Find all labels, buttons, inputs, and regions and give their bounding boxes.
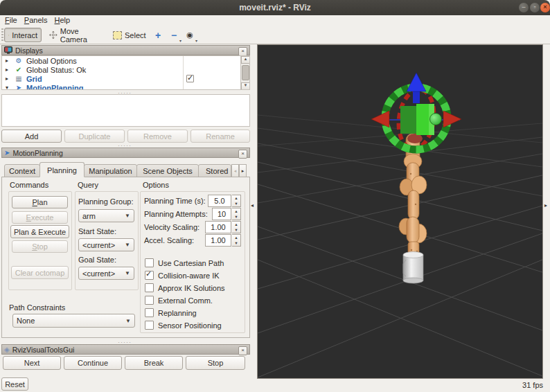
focus-icon: ◉	[186, 30, 193, 39]
expander-icon[interactable]: ▸	[6, 66, 11, 73]
add-display-button[interactable]: Add	[1, 130, 62, 143]
accel-scaling-stepper[interactable]: ▲▼	[232, 234, 241, 247]
tab-scroll-left-icon: ◂	[231, 164, 239, 177]
visualtools-panel-title: RvizVisualToolsGui	[12, 346, 75, 354]
external-comm-checkbox[interactable]	[145, 296, 154, 305]
toolbar-drag-handle[interactable]	[1, 28, 3, 42]
collision-aware-ik-option[interactable]: Collision-aware IK	[145, 271, 220, 280]
tree-row-label: Global Status: Ok	[26, 66, 86, 74]
tab-planning[interactable]: Planning	[39, 162, 85, 177]
chevron-down-icon[interactable]: ▾	[179, 38, 181, 43]
marker-cube-left-face[interactable]	[400, 106, 416, 134]
planning-time-stepper[interactable]: ▲▼	[232, 195, 241, 207]
planning-attempts-stepper[interactable]: ▲▼	[232, 208, 241, 220]
spin-down-icon: ▼	[232, 227, 240, 233]
expander-icon[interactable]: ▸	[6, 75, 11, 82]
planning-group-select[interactable]: arm ▼	[78, 209, 134, 222]
next-button[interactable]: Next	[3, 356, 61, 370]
spin-down-icon: ▼	[232, 214, 240, 220]
move-camera-icon	[49, 30, 57, 39]
use-cartesian-path-checkbox[interactable]	[145, 258, 154, 267]
tree-row-label: Grid	[26, 75, 42, 83]
zoom-out-button[interactable]: − ▾	[167, 28, 181, 42]
planning-attempts-input[interactable]: 10	[212, 208, 231, 220]
path-constraints-select[interactable]: None ▼	[12, 314, 135, 328]
motionplanning-close-icon[interactable]: ×	[238, 150, 247, 159]
velocity-scaling-input[interactable]: 1.00	[205, 221, 231, 233]
sensor-positioning-option[interactable]: Sensor Positioning	[145, 321, 222, 330]
move-camera-tool-button[interactable]: Move Camera	[46, 28, 107, 42]
query-group-label: Query	[78, 181, 98, 189]
start-state-select[interactable]: <current> ▼	[78, 238, 134, 251]
stop-tools-button[interactable]: Stop	[186, 356, 245, 370]
menu-help[interactable]: Help	[55, 15, 71, 26]
marker-sphere-handle[interactable]	[430, 114, 442, 125]
chevron-down-icon: ▼	[125, 213, 130, 219]
approx-ik-solutions-option[interactable]: Approx IK Solutions	[145, 283, 225, 292]
visualtools-close-icon[interactable]: ×	[238, 346, 247, 355]
checkbox-label: Replanning	[158, 309, 197, 317]
continue-button[interactable]: Continue	[64, 356, 122, 370]
external-comm-option[interactable]: External Comm.	[145, 296, 213, 305]
remove-display-button: Remove	[127, 130, 188, 143]
tree-row-grid[interactable]: ▸ ▦ Grid	[2, 74, 243, 83]
break-button[interactable]: Break	[125, 356, 183, 370]
scrollbar-thumb[interactable]	[242, 65, 249, 80]
render-viewport[interactable]	[257, 44, 543, 379]
tab-scene-objects[interactable]: Scene Objects	[136, 164, 199, 177]
menu-file[interactable]: File	[5, 15, 17, 26]
grid-display-icon: ▦	[15, 75, 23, 82]
use-cartesian-path-option[interactable]: Use Cartesian Path	[145, 258, 224, 267]
plan-button[interactable]: Plan	[12, 196, 68, 208]
accel-scaling-input[interactable]: 1.00	[205, 234, 231, 247]
displays-panel-header: Displays ×	[1, 45, 250, 55]
chevron-down-icon: ▼	[125, 318, 131, 324]
expander-icon[interactable]: ▸	[6, 57, 11, 64]
right-splitter-collapse-icon[interactable]: ▸	[544, 202, 547, 208]
zoom-in-button[interactable]: +	[152, 28, 163, 42]
visualtools-panel-header: ◈ RvizVisualToolsGui ×	[1, 344, 250, 355]
goal-state-select[interactable]: <current> ▼	[78, 267, 134, 280]
spin-up-icon: ▲	[232, 208, 240, 214]
approx-ik-solutions-checkbox[interactable]	[145, 283, 154, 292]
replanning-checkbox[interactable]	[145, 308, 154, 317]
scroll-down-icon[interactable]: ▼	[241, 82, 250, 90]
tab-manipulation[interactable]: Manipulation	[84, 164, 137, 177]
menu-panels[interactable]: Panels	[24, 15, 48, 26]
velocity-scaling-stepper[interactable]: ▲▼	[232, 221, 241, 233]
tree-row-label: MotionPlanning	[26, 84, 83, 91]
tab-context[interactable]: Context	[4, 164, 40, 177]
expander-icon[interactable]: ▾	[6, 84, 11, 90]
options-group-label: Options	[143, 181, 169, 189]
planning-time-input[interactable]: 5.0	[208, 195, 231, 207]
maximize-button[interactable]: ▫	[530, 3, 540, 12]
execute-button: Execute	[12, 211, 68, 224]
tree-scrollbar[interactable]: ▲ ▼	[240, 56, 250, 90]
display-description-area	[1, 94, 250, 127]
collision-aware-ik-checkbox[interactable]	[145, 271, 154, 280]
tree-row-global-options[interactable]: ▸ ⚙ Global Options	[2, 56, 243, 65]
focus-camera-button[interactable]: ◉ ▾	[183, 28, 197, 42]
tab-scroll-right-icon[interactable]: ▸	[239, 164, 247, 177]
close-button[interactable]: ×	[540, 3, 550, 12]
rviz-window: moveit.rviz* - RViz – ▫ × File Panels He…	[0, 0, 550, 392]
reset-button[interactable]: Reset	[1, 377, 28, 391]
sensor-positioning-checkbox[interactable]	[145, 321, 154, 330]
checkbox-label: Approx IK Solutions	[158, 284, 225, 292]
plan-and-execute-button[interactable]: Plan & Execute	[10, 225, 69, 238]
checkbox-label: External Comm.	[158, 296, 213, 305]
grid-enabled-checkbox[interactable]	[186, 75, 194, 82]
path-constraints-label: Path Constraints	[9, 303, 65, 312]
rename-display-button: Rename	[190, 130, 250, 143]
select-tool-button[interactable]: Select	[109, 28, 150, 42]
chevron-down-icon[interactable]: ▾	[195, 38, 197, 43]
tab-stored[interactable]: Stored	[198, 164, 231, 177]
tree-row-global-status[interactable]: ▸ ✔ Global Status: Ok	[2, 65, 243, 74]
replanning-option[interactable]: Replanning	[145, 308, 197, 317]
move-camera-tool-label: Move Camera	[60, 27, 103, 44]
scroll-up-icon[interactable]: ▲	[241, 56, 250, 64]
minimize-button[interactable]: –	[519, 3, 529, 12]
interact-tool-button[interactable]: Interact	[4, 28, 42, 42]
left-splitter-collapse-icon[interactable]: ◂	[251, 202, 254, 208]
stop-button: Stop	[12, 240, 68, 253]
